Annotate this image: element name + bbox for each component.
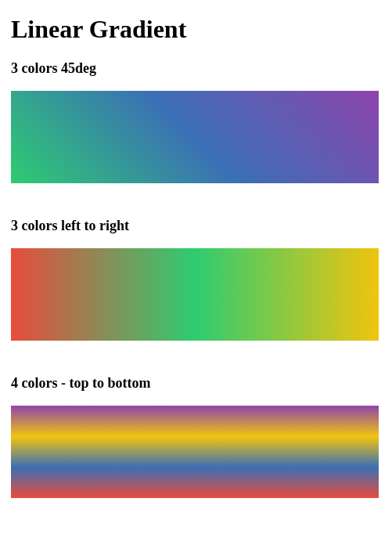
section-heading: 3 colors 45deg	[11, 60, 381, 77]
gradient-swatch	[11, 91, 379, 183]
gradient-section: 3 colors 45deg	[11, 60, 381, 183]
page-title: Linear Gradient	[11, 16, 381, 43]
section-heading: 3 colors left to right	[11, 218, 381, 234]
gradient-swatch	[11, 406, 379, 498]
gradient-section: 3 colors left to right	[11, 218, 381, 341]
section-heading: 4 colors - top to bottom	[11, 375, 381, 392]
gradient-section: 4 colors - top to bottom	[11, 375, 381, 498]
gradient-swatch	[11, 248, 379, 341]
